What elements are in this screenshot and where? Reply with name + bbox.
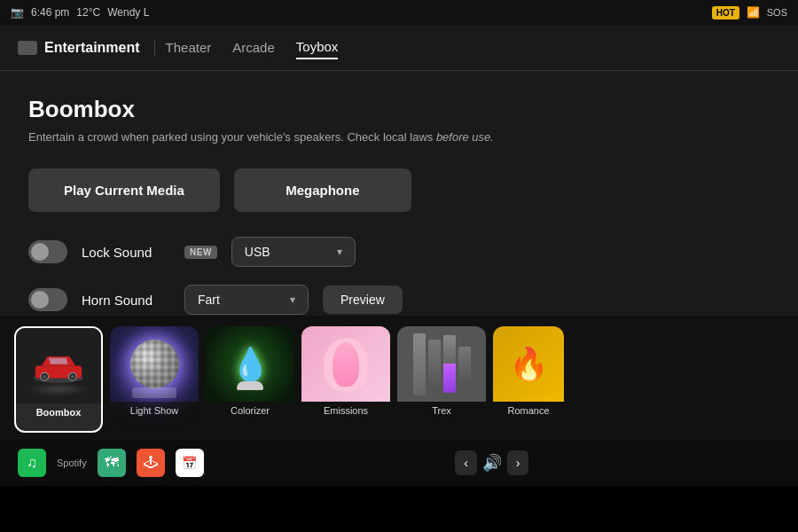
- flame-icon: 🔥: [509, 346, 549, 383]
- taskbar-center: ‹ 🔊 ›: [455, 450, 528, 475]
- app-label-emissions: Emissions: [301, 402, 390, 416]
- app-label-trex: Trex: [397, 402, 486, 416]
- app-label-colorizer: Colorizer: [206, 402, 294, 416]
- taskbar: ♫ Spotify 🗺 🕹 📅 ‹ 🔊 ›: [0, 440, 798, 486]
- subtitle-text: Entertain a crowd when parked using your…: [28, 130, 433, 144]
- lock-sound-badge: NEW: [184, 246, 217, 259]
- trex-bg: [397, 326, 486, 402]
- main-content: Entertainment Theater Arcade Toybox Boom…: [0, 25, 798, 486]
- calendar-icon[interactable]: 📅: [176, 449, 204, 477]
- emissions-bg: [301, 326, 390, 402]
- app-card-lightshow[interactable]: Light Show: [110, 326, 199, 433]
- status-left: 📷 6:46 pm 12°C Wendy L: [11, 6, 149, 19]
- maps-icon[interactable]: 🗺: [98, 449, 126, 477]
- app-card-emissions[interactable]: Emissions: [301, 326, 390, 433]
- tab-theater[interactable]: Theater: [166, 36, 212, 59]
- horn-sound-dropdown[interactable]: Fart ▾: [184, 285, 309, 315]
- next-button[interactable]: ›: [507, 450, 529, 475]
- nav-entertainment: Entertainment: [18, 40, 155, 56]
- entertainment-icon: [18, 41, 37, 55]
- status-time: 6:46 pm: [31, 6, 69, 19]
- status-temp: 12°C: [76, 6, 100, 19]
- app-card-trex[interactable]: Trex: [397, 326, 486, 433]
- status-user: Wendy L: [107, 6, 149, 19]
- app-card-boombox[interactable]: Boombox: [14, 326, 103, 433]
- car-shadow: [27, 382, 90, 396]
- volume-icon: 🔊: [482, 453, 502, 473]
- lightshow-bg: [110, 326, 199, 402]
- app-card-colorizer[interactable]: 💧 Colorizer: [206, 326, 294, 433]
- status-bar: 📷 6:46 pm 12°C Wendy L HOT 📶 SOS: [0, 0, 798, 25]
- svg-point-4: [43, 374, 46, 378]
- preview-button[interactable]: Preview: [323, 286, 403, 314]
- horn-sound-value: Fart: [198, 293, 220, 307]
- buttons-row: Play Current Media Megaphone: [28, 168, 770, 212]
- boombox-car-bg: [16, 328, 101, 403]
- sos-badge: SOS: [767, 7, 787, 18]
- subtitle-italic: before use.: [436, 130, 494, 144]
- romance-bg: 🔥: [493, 326, 564, 402]
- app-label-lightshow: Light Show: [110, 402, 199, 416]
- chevron-down-icon: ▾: [337, 246, 342, 258]
- taskbar-left: ♫ Spotify 🗺 🕹 📅: [18, 449, 204, 477]
- lock-sound-dropdown[interactable]: USB ▾: [231, 237, 356, 267]
- disco-ball-icon: [130, 340, 179, 388]
- signal-icon: 📶: [747, 6, 760, 19]
- car-svg: [27, 348, 90, 384]
- entertainment-label: Entertainment: [44, 40, 140, 56]
- spotify-icon[interactable]: ♫: [18, 449, 46, 477]
- page-body: Boombox Entertain a crowd when parked us…: [0, 71, 798, 315]
- lock-sound-value: USB: [245, 245, 270, 259]
- app-label-boombox: Boombox: [16, 403, 101, 418]
- dropper-icon: 💧: [231, 346, 270, 382]
- app-tray: Boombox Light Show 💧: [0, 316, 798, 440]
- horn-sound-label: Horn Sound: [82, 293, 170, 308]
- tab-arcade[interactable]: Arcade: [232, 36, 275, 59]
- svg-point-5: [71, 374, 74, 378]
- app-card-romance[interactable]: 🔥 Romance: [493, 326, 564, 433]
- chevron-down-icon-2: ▾: [290, 293, 295, 306]
- hotspot-badge: HOT: [712, 6, 739, 20]
- tab-toybox[interactable]: Toybox: [296, 35, 339, 59]
- lock-sound-toggle[interactable]: [28, 240, 67, 263]
- page-title: Boombox: [28, 96, 770, 123]
- megaphone-button[interactable]: Megaphone: [234, 168, 411, 212]
- lock-sound-row: Lock Sound NEW USB ▾: [28, 237, 770, 267]
- colorizer-bg: 💧: [206, 326, 294, 402]
- games-icon[interactable]: 🕹: [137, 449, 165, 477]
- nav-bar: Entertainment Theater Arcade Toybox: [0, 25, 798, 71]
- prev-button[interactable]: ‹: [455, 450, 477, 475]
- lock-sound-label: Lock Sound: [82, 245, 170, 260]
- horn-sound-toggle[interactable]: [28, 288, 67, 311]
- nav-tabs: Theater Arcade Toybox: [166, 35, 339, 59]
- horn-sound-row: Horn Sound Fart ▾ Preview: [28, 285, 770, 315]
- spotify-label: Spotify: [57, 458, 87, 468]
- play-current-media-button[interactable]: Play Current Media: [28, 168, 220, 212]
- app-label-romance: Romance: [493, 402, 564, 416]
- status-right: HOT 📶 SOS: [712, 6, 787, 20]
- status-icon: 📷: [11, 6, 24, 19]
- page-subtitle: Entertain a crowd when parked using your…: [28, 130, 770, 144]
